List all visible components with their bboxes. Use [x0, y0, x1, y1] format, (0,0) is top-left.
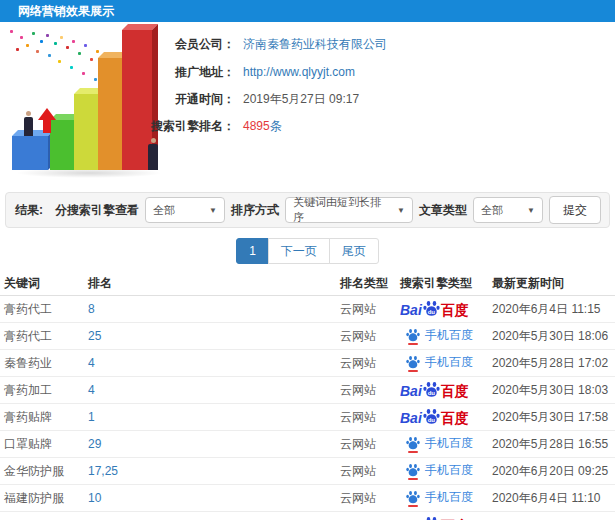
baidu-logo: Baidu百度 [400, 382, 469, 398]
rank-link[interactable]: 17,25 [88, 464, 340, 478]
rank-type-cell: 云网站 [340, 436, 400, 453]
promo-url-link[interactable]: http://www.qlyyjt.com [243, 65, 355, 79]
mobile-baidu-label: 手机百度 [425, 327, 473, 344]
engine-rank-value: 4895条 [243, 118, 282, 135]
rank-type-cell: 云网站 [340, 382, 400, 399]
table-header: 关键词 排名 排名类型 搜索引擎类型 最新更新时间 [0, 272, 615, 296]
updated-cell: 2020年5月30日 18:06 [492, 328, 615, 345]
header-keyword: 关键词 [4, 275, 88, 292]
baidu-paw-icon: du [423, 382, 440, 398]
rank-type-cell: 云网站 [340, 463, 400, 480]
engine-cell: Baidu百度 手机百度 [400, 489, 492, 507]
rank-type-cell: 云网站 [340, 355, 400, 372]
engine-view-label: 分搜索引擎查看 [55, 202, 139, 219]
engine-cell: Baidu百度 百度 [400, 382, 492, 399]
rank-link[interactable]: 4 [88, 356, 340, 370]
sort-select[interactable]: 关键词由短到长排序 ▼ [285, 197, 413, 223]
rank-link[interactable]: 1 [88, 410, 340, 424]
mobile-baidu-paw-icon [406, 329, 420, 342]
mobile-baidu-label: 手机百度 [425, 489, 473, 506]
header-rank: 排名 [88, 275, 340, 292]
rank-link[interactable]: 29 [88, 437, 340, 451]
keyword-cell: 福建防护服 [4, 490, 88, 507]
info-row-rank-count: 搜索引擎排名： 4895条 [125, 118, 282, 134]
table-row: 膏药贴牌 1 云网站 Baidu百度 百度 2020年5月30日 17:58 [0, 404, 615, 431]
info-row-opened: 开通时间： 2019年5月27日 09:17 [125, 91, 359, 107]
table-row: 秦鲁药业 4 云网站 Baidu百度 手机百度 2020年5月28日 17:02 [0, 350, 615, 377]
bar-blue [12, 136, 48, 170]
next-page-button[interactable]: 下一页 [268, 238, 330, 264]
engine-view-select[interactable]: 全部 ▼ [145, 197, 225, 223]
mobile-baidu-logo: 手机百度 [400, 327, 473, 344]
mobile-baidu-label: 手机百度 [425, 354, 473, 371]
confetti-decoration [10, 30, 13, 33]
open-time-value: 2019年5月27日 09:17 [243, 91, 359, 108]
mobile-baidu-paw-icon [406, 464, 420, 477]
rank-link[interactable]: 25 [88, 329, 340, 343]
engine-cell: Baidu百度 手机百度 [400, 327, 492, 345]
keyword-cell: 金华防护服 [4, 463, 88, 480]
mobile-baidu-paw-icon [406, 437, 420, 450]
engine-cell: Baidu百度 手机百度 [400, 435, 492, 453]
keyword-cell: 秦鲁药业 [4, 355, 88, 372]
updated-cell: 2020年6月20日 09:25 [492, 463, 615, 480]
rank-type-cell: 云网站 [340, 490, 400, 507]
keyword-cell: 口罩贴牌 [4, 436, 88, 453]
baidu-paw-icon: du [423, 301, 440, 317]
rank-count: 4895 [243, 119, 270, 133]
engine-cell: Baidu百度 百度 [400, 409, 492, 426]
submit-button[interactable]: 提交 [549, 196, 601, 224]
updated-cell: 2020年5月30日 18:03 [492, 382, 615, 399]
businessman-figure-left [24, 117, 33, 136]
baidu-logo: Baidu百度 [400, 301, 469, 317]
mobile-baidu-label: 手机百度 [425, 462, 473, 479]
table-row-partial: Baidu百度 百度 [0, 512, 615, 520]
info-row-url: 推广地址： http://www.qlyyjt.com [125, 64, 355, 80]
mobile-baidu-logo: 手机百度 [400, 435, 473, 452]
article-type-selected: 全部 [481, 203, 503, 218]
article-type-label: 文章类型 [419, 202, 467, 219]
up-arrow-icon [38, 108, 56, 133]
rank-link[interactable]: 10 [88, 491, 340, 505]
sort-selected: 关键词由短到长排序 [293, 195, 391, 225]
header-engine-type: 搜索引擎类型 [400, 275, 492, 292]
info-row-company: 会员公司： 济南秦鲁药业科技有限公司 [125, 36, 387, 52]
rank-type-cell: 云网站 [340, 301, 400, 318]
updated-cell: 2020年5月28日 16:55 [492, 436, 615, 453]
chevron-down-icon: ▼ [209, 206, 217, 215]
page-1-button[interactable]: 1 [236, 238, 269, 264]
rank-link[interactable]: 8 [88, 302, 340, 316]
filter-controls: 分搜索引擎查看 全部 ▼ 排序方式 关键词由短到长排序 ▼ 文章类型 全部 ▼ … [55, 196, 609, 224]
sort-label: 排序方式 [231, 202, 279, 219]
company-label: 会员公司： [125, 36, 235, 53]
updated-cell: 2020年5月28日 17:02 [492, 355, 615, 372]
baidu-logo: Baidu百度 [400, 517, 469, 520]
promo-url-label: 推广地址： [125, 64, 235, 81]
baidu-paw-icon: du [423, 409, 440, 425]
rank-link[interactable]: 4 [88, 383, 340, 397]
header-updated: 最新更新时间 [492, 275, 615, 292]
result-label: 结果: [6, 202, 43, 219]
keyword-cell: 膏药贴牌 [4, 409, 88, 426]
mobile-baidu-label: 手机百度 [425, 435, 473, 452]
filter-panel: 结果: 分搜索引擎查看 全部 ▼ 排序方式 关键词由短到长排序 ▼ 文章类型 全… [5, 192, 610, 228]
mobile-baidu-logo: 手机百度 [400, 354, 473, 371]
updated-cell: 2020年5月30日 17:58 [492, 409, 615, 426]
pagination: 1 下一页 尾页 [0, 238, 615, 264]
keyword-cell: 膏药加工 [4, 382, 88, 399]
last-page-button[interactable]: 尾页 [329, 238, 379, 264]
engine-cell: Baidu百度 百度 [400, 517, 492, 520]
mobile-baidu-logo: 手机百度 [400, 462, 473, 479]
updated-cell: 2020年6月4日 11:15 [492, 301, 615, 318]
mobile-baidu-paw-icon [406, 356, 420, 369]
engine-view-selected: 全部 [153, 203, 175, 218]
updated-cell: 2020年6月4日 11:10 [492, 490, 615, 507]
company-link[interactable]: 济南秦鲁药业科技有限公司 [243, 36, 387, 53]
chevron-down-icon: ▼ [527, 206, 535, 215]
table-row: 福建防护服 10 云网站 Baidu百度 手机百度 2020年6月4日 11:1… [0, 485, 615, 512]
table-row: 膏药加工 4 云网站 Baidu百度 百度 2020年5月30日 18:03 [0, 377, 615, 404]
baidu-paw-icon: du [423, 517, 440, 520]
open-time-label: 开通时间： [125, 91, 235, 108]
baidu-logo: Baidu百度 [400, 409, 469, 425]
article-type-select[interactable]: 全部 ▼ [473, 197, 543, 223]
